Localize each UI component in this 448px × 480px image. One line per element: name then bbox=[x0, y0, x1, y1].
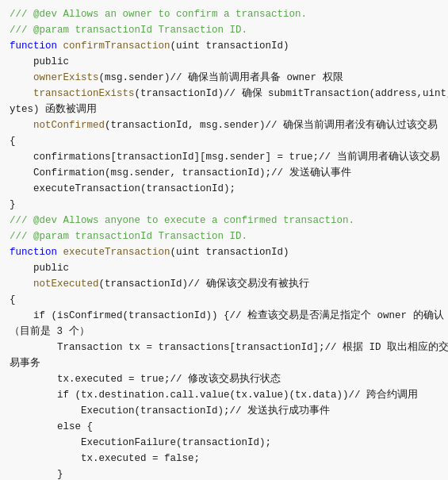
code-token: public bbox=[10, 263, 69, 274]
code-token: confirmTransaction bbox=[63, 40, 170, 52]
code-token: { bbox=[10, 294, 16, 305]
code-token: /// @param transactionId Transaction ID. bbox=[10, 231, 247, 242]
code-token: } bbox=[10, 469, 63, 480]
code-token: ownerExists bbox=[33, 72, 99, 83]
code-token bbox=[10, 72, 33, 83]
code-line: if (tx.destination.call.value(tx.value)(… bbox=[0, 387, 448, 403]
code-line: transactionExists(transactionId)// 确保 su… bbox=[0, 86, 448, 102]
code-line: Transaction tx = transactions[transactio… bbox=[0, 340, 448, 355]
code-token: notConfirmed bbox=[33, 120, 105, 131]
code-line: if (isConfirmed(transactionId)) {// 检查该交… bbox=[0, 308, 448, 324]
code-token bbox=[10, 120, 33, 131]
code-line: ownerExists(msg.sender)// 确保当前调用者具备 owne… bbox=[0, 70, 448, 86]
code-token: (uint transactionId) bbox=[170, 247, 289, 258]
code-token: Confirmation(msg.sender, transactionId);… bbox=[10, 167, 351, 179]
code-token: executeTransaction bbox=[63, 247, 170, 258]
code-token: else { bbox=[10, 421, 93, 432]
code-editor: /// @dev Allows an owner to confirm a tr… bbox=[0, 0, 448, 480]
code-token: /// @dev Allows anyone to execute a conf… bbox=[10, 215, 354, 226]
code-token: (uint transactionId) bbox=[170, 40, 289, 52]
code-line: Confirmation(msg.sender, transactionId);… bbox=[0, 165, 448, 181]
code-line: notExecuted(transactionId)// 确保该交易没有被执行 bbox=[0, 276, 448, 292]
code-line: { bbox=[0, 292, 448, 308]
code-line: executeTransaction(transactionId); bbox=[0, 181, 448, 197]
code-token: （目前是 3 个） bbox=[10, 326, 90, 337]
code-token: if (tx.destination.call.value(tx.value)(… bbox=[10, 390, 418, 401]
code-token: function bbox=[10, 247, 63, 258]
code-token: tx.executed = true;// 修改该交易执行状态 bbox=[10, 374, 281, 385]
code-token: (transactionId, msg.sender)// 确保当前调用者没有确… bbox=[105, 120, 438, 131]
code-line: function confirmTransaction(uint transac… bbox=[0, 38, 448, 54]
code-line: tx.executed = true;// 修改该交易执行状态 bbox=[0, 371, 448, 387]
code-token: transactionExists bbox=[33, 88, 135, 99]
code-token: /// @param transactionId Transaction ID. bbox=[10, 25, 247, 36]
code-line: Execution(transactionId);// 发送执行成功事件 bbox=[0, 403, 448, 419]
code-line: } bbox=[0, 467, 448, 480]
code-token: (transactionId)// 确保 submitTransaction(a… bbox=[135, 88, 448, 99]
code-line: public bbox=[0, 54, 448, 70]
code-line: /// @dev Allows anyone to execute a conf… bbox=[0, 213, 448, 228]
code-line: （目前是 3 个） bbox=[0, 324, 448, 340]
code-line: ExecutionFailure(transactionId); bbox=[0, 435, 448, 451]
code-token: { bbox=[10, 136, 16, 147]
code-line: } bbox=[0, 197, 448, 213]
code-token bbox=[10, 88, 33, 99]
code-token: Transaction tx = transactions[transactio… bbox=[10, 342, 448, 353]
code-token: notExecuted bbox=[33, 278, 99, 290]
code-token: Execution(transactionId);// 发送执行成功事件 bbox=[10, 405, 330, 417]
code-line: confirmations[transactionId][msg.sender]… bbox=[0, 149, 448, 165]
code-token: executeTransaction(transactionId); bbox=[10, 183, 235, 194]
code-line: function executeTransaction(uint transac… bbox=[0, 244, 448, 260]
code-line: ytes) 函数被调用 bbox=[0, 102, 448, 117]
code-token: (msg.sender)// 确保当前调用者具备 owner 权限 bbox=[99, 72, 343, 83]
code-token: /// @dev Allows an owner to confirm a tr… bbox=[10, 9, 307, 20]
code-line: /// @dev Allows an owner to confirm a tr… bbox=[0, 6, 448, 22]
code-token: } bbox=[10, 199, 16, 210]
code-line: public bbox=[0, 260, 448, 276]
code-token: ytes) 函数被调用 bbox=[10, 104, 97, 115]
code-line: /// @param transactionId Transaction ID. bbox=[0, 228, 448, 244]
code-token: public bbox=[10, 56, 69, 67]
code-line: tx.executed = false; bbox=[0, 451, 448, 467]
code-token: confirmations[transactionId][msg.sender]… bbox=[10, 152, 440, 163]
code-line: else { bbox=[0, 419, 448, 435]
code-token bbox=[10, 278, 33, 290]
code-line: notConfirmed(transactionId, msg.sender)/… bbox=[0, 117, 448, 133]
code-line: { bbox=[0, 133, 448, 149]
code-token: if (isConfirmed(transactionId)) {// 检查该交… bbox=[10, 310, 444, 321]
code-token: 易事务 bbox=[10, 358, 40, 369]
code-line: 易事务 bbox=[0, 355, 448, 371]
code-token: function bbox=[10, 40, 63, 52]
code-token: ExecutionFailure(transactionId); bbox=[10, 437, 271, 448]
code-line: /// @param transactionId Transaction ID. bbox=[0, 22, 448, 38]
code-token: tx.executed = false; bbox=[10, 453, 200, 464]
code-token: (transactionId)// 确保该交易没有被执行 bbox=[99, 278, 309, 290]
